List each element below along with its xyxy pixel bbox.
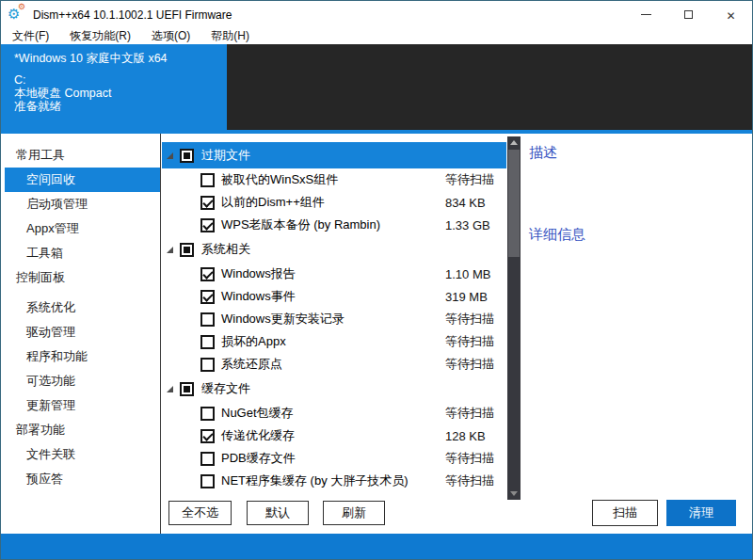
item-checkbox[interactable] (200, 335, 215, 349)
item-label: 被取代的WinSxS组件 (221, 171, 338, 188)
cleanup-item-row[interactable]: WPS老版本备份 (by Rambin) 1.33 GB (162, 214, 506, 236)
status-bar (1, 534, 752, 559)
cleanup-item-row[interactable]: 传递优化缓存 128 KB (162, 424, 506, 447)
scrollbar-thumb[interactable] (508, 150, 520, 257)
sidebar-item-update-manager[interactable]: 更新管理 (1, 393, 160, 418)
description-heading: 描述 (529, 144, 557, 162)
details-heading: 详细信息 (529, 226, 585, 244)
list-scrollbar[interactable] (507, 136, 521, 500)
title-bar: Dism++x64 10.1.1002.1 UEFI Firmware (1, 1, 752, 28)
session-tab-windows10[interactable]: *Windows 10 家庭中文版 x64 C: 本地硬盘 Compact 准备… (1, 44, 227, 130)
group-row-system-related[interactable]: 系统相关 (162, 236, 506, 263)
menu-item-help[interactable]: 帮助(H) (200, 28, 260, 44)
sidebar-item-unattend[interactable]: 预应答 (1, 467, 160, 491)
item-status: 1.10 MB (445, 267, 490, 281)
item-status: 128 KB (445, 429, 486, 443)
item-checkbox[interactable] (200, 407, 215, 421)
sidebar-item-programs-features[interactable]: 程序和功能 (1, 344, 160, 369)
refresh-button[interactable]: 刷新 (323, 501, 385, 525)
sidebar-item-file-association[interactable]: 文件关联 (1, 442, 160, 467)
menu-bar: 文件(F) 恢复功能(R) 选项(O) 帮助(H) (1, 28, 752, 44)
item-status: 等待扫描 (445, 450, 494, 467)
item-label: PDB缓存文件 (221, 450, 296, 467)
cleanup-item-row[interactable]: 损坏的Appx 等待扫描 (162, 330, 506, 353)
cleanup-item-row[interactable]: PDB缓存文件 等待扫描 (162, 447, 506, 470)
item-checkbox[interactable] (200, 290, 215, 304)
item-label: WPS老版本备份 (by Rambin) (221, 216, 380, 233)
sidebar-section-common-tools: 常用工具 (1, 143, 160, 168)
item-status: 等待扫描 (445, 405, 494, 422)
item-status: 319 MB (445, 290, 488, 304)
group-checkbox[interactable] (180, 243, 194, 257)
minimize-button[interactable] (625, 1, 667, 28)
item-status: 等待扫描 (445, 311, 494, 328)
cleanup-item-row[interactable]: NET程序集缓存 (by 大胖子技术员) 等待扫描 (162, 470, 506, 492)
cleanup-item-row[interactable]: NuGet包缓存 等待扫描 (162, 402, 506, 424)
app-window: Dism++x64 10.1.1002.1 UEFI Firmware 文件(F… (0, 0, 753, 560)
sidebar-item-space-reclaim[interactable]: 空间回收 (5, 168, 160, 192)
sidebar-item-toolbox[interactable]: 工具箱 (1, 241, 160, 265)
minimize-icon (641, 14, 651, 15)
sidebar-item-optional-features[interactable]: 可选功能 (1, 369, 160, 393)
scroll-up-icon (510, 140, 518, 145)
close-button[interactable] (710, 1, 752, 28)
clean-button[interactable]: 清理 (666, 500, 736, 526)
item-label: Windows事件 (221, 288, 296, 305)
scroll-up-button[interactable] (507, 136, 521, 149)
expanded-triangle-icon[interactable] (167, 152, 173, 159)
sidebar: 常用工具 空间回收 启动项管理 Appx管理 工具箱 控制面板 系统优化 驱动管… (1, 134, 161, 534)
item-status: 1.33 GB (445, 218, 490, 232)
item-status: 等待扫描 (445, 333, 494, 350)
default-button[interactable]: 默认 (247, 501, 309, 525)
group-checkbox[interactable] (180, 149, 194, 163)
scan-button[interactable]: 扫描 (592, 500, 658, 526)
item-label: NET程序集缓存 (by 大胖子技术员) (221, 472, 409, 489)
expanded-triangle-icon[interactable] (167, 247, 173, 253)
select-none-button[interactable]: 全不选 (168, 501, 232, 525)
item-checkbox[interactable] (200, 312, 215, 327)
menu-item-file[interactable]: 文件(F) (2, 28, 59, 44)
scroll-down-button[interactable] (507, 488, 521, 500)
item-checkbox[interactable] (200, 429, 215, 443)
cleanup-item-row[interactable]: Windows事件 319 MB (162, 285, 506, 308)
item-checkbox[interactable] (200, 358, 215, 372)
session-os-name: *Windows 10 家庭中文版 x64 (14, 52, 227, 65)
expanded-triangle-icon[interactable] (167, 386, 173, 392)
menu-item-options[interactable]: 选项(O) (141, 28, 200, 44)
group-label: 系统相关 (201, 241, 250, 258)
group-row-obsolete-files[interactable]: 过期文件 (162, 142, 506, 168)
item-checkbox[interactable] (200, 218, 215, 232)
sidebar-item-system-optimize[interactable]: 系统优化 (1, 296, 160, 320)
cleanup-item-row[interactable]: 系统还原点 等待扫描 (162, 353, 506, 376)
cleanup-item-row[interactable]: 被取代的WinSxS组件 等待扫描 (162, 168, 506, 191)
group-row-cache-files[interactable]: 缓存文件 (162, 376, 506, 402)
session-tab-bar: *Windows 10 家庭中文版 x64 C: 本地硬盘 Compact 准备… (1, 44, 752, 130)
item-checkbox[interactable] (200, 173, 215, 187)
item-checkbox[interactable] (200, 196, 215, 210)
scroll-down-icon (510, 491, 518, 496)
item-checkbox[interactable] (200, 452, 215, 466)
sidebar-item-driver-manager[interactable]: 驱动管理 (1, 320, 160, 344)
cleanup-item-row[interactable]: 以前的Dism++组件 834 KB (162, 191, 506, 214)
cleanup-item-row[interactable]: Windows报告 1.10 MB (162, 263, 506, 285)
item-status: 834 KB (445, 196, 486, 210)
group-checkbox[interactable] (180, 382, 194, 396)
session-disk-type: 本地硬盘 Compact (14, 87, 227, 100)
window-title: Dism++x64 10.1.1002.1 UEFI Firmware (33, 8, 232, 22)
session-drive: C: (14, 73, 227, 87)
sidebar-section-control-panel: 控制面板 (1, 265, 160, 290)
item-checkbox[interactable] (200, 267, 215, 281)
detail-panel: 描述 详细信息 (521, 134, 752, 534)
cleanup-item-row[interactable]: Windows更新安装记录 等待扫描 (162, 308, 506, 330)
cleanup-list: 过期文件 被取代的WinSxS组件 等待扫描 以前的Dism++组件 834 K… (162, 134, 521, 534)
menu-item-recovery[interactable]: 恢复功能(R) (59, 28, 141, 44)
group-label: 过期文件 (201, 147, 250, 164)
sidebar-section-deployment: 部署功能 (1, 418, 160, 442)
maximize-button[interactable] (667, 1, 710, 28)
sidebar-item-startup-manager[interactable]: 启动项管理 (1, 192, 160, 216)
sidebar-item-appx-manager[interactable]: Appx管理 (1, 216, 160, 241)
close-icon (726, 7, 735, 24)
session-status: 准备就绪 (14, 100, 227, 113)
item-checkbox[interactable] (200, 474, 215, 488)
item-label: Windows报告 (221, 265, 296, 282)
